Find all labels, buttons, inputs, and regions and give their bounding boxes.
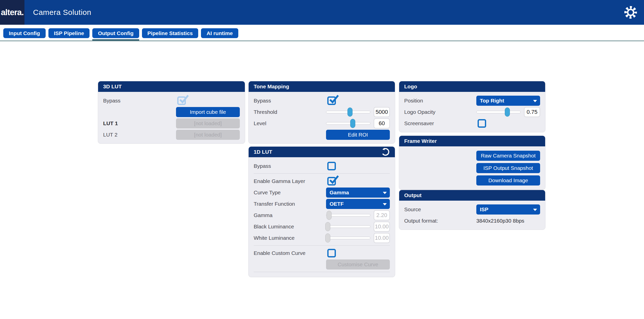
logo-opacity-value-input[interactable]: 0.75 bbox=[524, 107, 540, 117]
panel-logo-header: Logo bbox=[399, 81, 545, 92]
output-format-value: 3840x2160p30 8bps bbox=[476, 218, 524, 224]
reset-icon[interactable] bbox=[381, 147, 390, 156]
panel-output-title: Output bbox=[404, 192, 422, 198]
tab-separator-line bbox=[0, 41, 644, 41]
raw-camera-snapshot-button[interactable]: Raw Camera Snapshot bbox=[476, 151, 540, 161]
level-slider[interactable] bbox=[326, 119, 370, 128]
chevron-down-icon bbox=[533, 209, 537, 211]
check-icon bbox=[178, 94, 189, 105]
enable-gamma-checkbox[interactable] bbox=[327, 177, 336, 185]
altera-logo: altera. bbox=[0, 0, 24, 25]
1d-bypass-checkbox[interactable] bbox=[327, 162, 336, 170]
panel-3d-lut: 3D LUT Bypass Import cube file bbox=[98, 81, 245, 144]
chevron-down-icon bbox=[533, 100, 537, 102]
screensaver-checkbox[interactable] bbox=[478, 119, 486, 128]
panel-output: Output Source ISP Output format: 3840x21… bbox=[399, 190, 545, 230]
row-lut1: LUT 1 [not loaded] bbox=[103, 118, 240, 129]
output-format-label: Output format: bbox=[404, 218, 476, 224]
gamma-value-input: 2.20 bbox=[374, 210, 390, 220]
row-screensaver: Screensaver bbox=[404, 118, 540, 129]
row-isp-output-snapshot: ISP Output Snapshot bbox=[404, 162, 540, 174]
white-luminance-value-input: 10.00 bbox=[374, 233, 390, 243]
threshold-value-input[interactable]: 5000 bbox=[374, 107, 390, 117]
panel-tone-mapping-title: Tone Mapping bbox=[254, 84, 289, 90]
slider-track bbox=[326, 214, 370, 217]
slider-handle[interactable] bbox=[505, 108, 510, 117]
enable-gamma-label: Enable Gamma Layer bbox=[254, 178, 326, 184]
slider-track bbox=[326, 237, 370, 239]
panel-tone-mapping-body: Bypass Threshold 5000 bbox=[249, 92, 395, 143]
row-level: Level 60 bbox=[254, 118, 390, 129]
panel-frame-writer-title: Frame Writer bbox=[404, 138, 437, 144]
row-white-luminance: White Luminance 10.00 bbox=[254, 232, 390, 244]
tab-bar: Input Config ISP Pipeline Output Config … bbox=[3, 28, 238, 38]
panel-frame-writer: Frame Writer Raw Camera Snapshot ISP Out… bbox=[399, 136, 545, 190]
curve-type-select[interactable]: Gamma bbox=[326, 188, 390, 198]
tab-isp-pipeline[interactable]: ISP Pipeline bbox=[48, 28, 90, 38]
section-divider bbox=[254, 272, 390, 272]
tab-ai-runtime[interactable]: AI runtime bbox=[201, 28, 238, 38]
level-label: Level bbox=[254, 120, 326, 126]
row-logo-opacity: Logo Opacity 0.75 bbox=[404, 106, 540, 118]
bypass-label: Bypass bbox=[254, 163, 326, 169]
tab-pipeline-statistics[interactable]: Pipeline Statistics bbox=[142, 28, 198, 38]
slider-track bbox=[326, 122, 370, 125]
black-luminance-label: Black Luminance bbox=[254, 224, 326, 230]
panel-frame-writer-header: Frame Writer bbox=[399, 136, 545, 146]
panel-1d-lut: 1D LUT Bypass Enable Gamma Layer bbox=[248, 146, 395, 277]
lut1-label: LUT 1 bbox=[103, 120, 176, 126]
logo-opacity-label: Logo Opacity bbox=[404, 109, 476, 115]
section-divider bbox=[254, 173, 390, 174]
slider-handle[interactable] bbox=[350, 119, 355, 128]
panel-3d-lut-header: 3D LUT bbox=[98, 81, 245, 92]
row-lut2: LUT 2 [not loaded] bbox=[103, 129, 240, 140]
bypass-checkbox[interactable] bbox=[177, 96, 186, 105]
row-curve-type: Curve Type Gamma bbox=[254, 187, 390, 198]
panel-logo-body: Position Top Right Logo Opacity 0.75 bbox=[399, 92, 545, 132]
gamma-label: Gamma bbox=[254, 212, 326, 218]
panel-logo-title: Logo bbox=[404, 84, 417, 90]
slider-track bbox=[326, 225, 370, 228]
slider-handle bbox=[325, 233, 330, 243]
slider-handle bbox=[327, 211, 332, 220]
tab-output-config[interactable]: Output Config bbox=[92, 28, 139, 38]
slider-handle[interactable] bbox=[347, 108, 353, 117]
chevron-down-icon bbox=[383, 192, 387, 194]
position-label: Position bbox=[404, 98, 476, 104]
threshold-slider[interactable] bbox=[326, 107, 370, 117]
panel-3d-lut-title: 3D LUT bbox=[103, 84, 122, 90]
row-black-luminance: Black Luminance 10.00 bbox=[254, 221, 390, 232]
panel-1d-lut-body: Bypass Enable Gamma Layer bbox=[249, 157, 395, 277]
row-position: Position Top Right bbox=[404, 95, 540, 106]
tab-input-config[interactable]: Input Config bbox=[3, 28, 46, 38]
white-luminance-label: White Luminance bbox=[254, 235, 326, 241]
logo-position-select[interactable]: Top Right bbox=[476, 96, 540, 106]
enable-custom-curve-label: Enable Custom Curve bbox=[254, 250, 326, 256]
black-luminance-slider bbox=[326, 222, 370, 231]
logo-opacity-slider[interactable] bbox=[476, 107, 521, 117]
row-customise-curve: Customise Curve bbox=[254, 259, 390, 270]
edit-roi-button[interactable]: Edit ROI bbox=[326, 130, 390, 140]
row-enable-gamma: Enable Gamma Layer bbox=[254, 175, 390, 187]
panel-1d-lut-title: 1D LUT bbox=[254, 149, 272, 155]
transfer-function-select[interactable]: OETF bbox=[326, 199, 390, 209]
page-title: Camera Solution bbox=[33, 8, 91, 17]
lut2-label: LUT 2 bbox=[103, 132, 176, 138]
gear-icon[interactable] bbox=[623, 5, 638, 20]
row-1d-bypass: Bypass bbox=[254, 160, 390, 172]
level-value-input[interactable]: 60 bbox=[374, 118, 390, 128]
check-icon bbox=[328, 174, 339, 186]
screensaver-label: Screensaver bbox=[404, 120, 476, 126]
lut1-file-button: [not loaded] bbox=[176, 118, 240, 128]
bypass-label: Bypass bbox=[103, 98, 176, 104]
tm-bypass-checkbox[interactable] bbox=[327, 96, 336, 105]
enable-custom-curve-checkbox[interactable] bbox=[327, 249, 336, 257]
import-cube-file-button[interactable]: Import cube file bbox=[176, 107, 240, 117]
output-source-select[interactable]: ISP bbox=[476, 204, 540, 215]
download-image-button[interactable]: Download Image bbox=[476, 175, 540, 185]
panel-1d-lut-header: 1D LUT bbox=[249, 147, 395, 157]
slider-handle bbox=[325, 222, 330, 231]
row-tm-bypass: Bypass bbox=[254, 95, 390, 106]
check-icon bbox=[328, 94, 339, 105]
isp-output-snapshot-button[interactable]: ISP Output Snapshot bbox=[476, 163, 540, 173]
